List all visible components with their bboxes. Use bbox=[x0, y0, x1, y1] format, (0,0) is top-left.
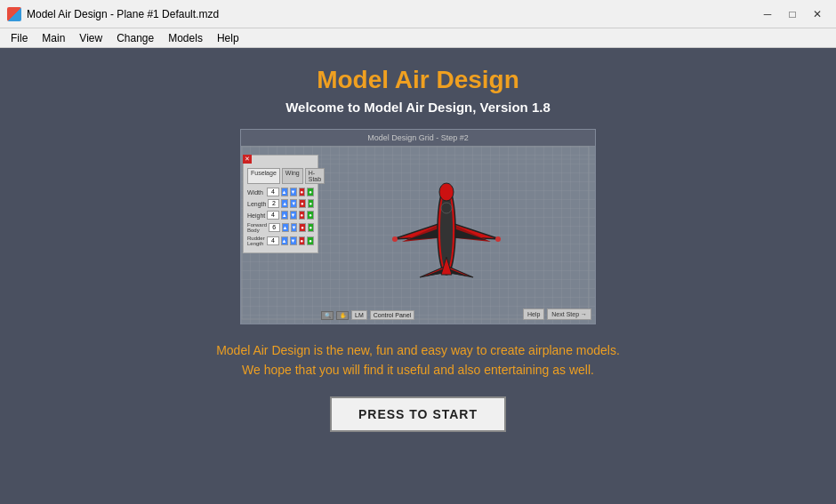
preview-container: Model Design Grid - Step #2 bbox=[240, 129, 596, 324]
cp-up-width[interactable]: ▲ bbox=[281, 188, 288, 196]
pan-icon[interactable]: ✋ bbox=[336, 311, 349, 320]
menu-file[interactable]: File bbox=[4, 28, 35, 47]
cp-down-fwdbody[interactable]: ▼ bbox=[291, 223, 298, 232]
cp-row-width: Width 4 ▲ ▼ ● ● bbox=[247, 188, 314, 196]
cp-down-height[interactable]: ▼ bbox=[290, 211, 297, 220]
cp-up-height[interactable]: ▲ bbox=[281, 211, 288, 220]
cp-row-fwdbody: Forward Body 6 ▲ ▼ ● ● bbox=[247, 222, 314, 233]
menu-help[interactable]: Help bbox=[210, 28, 246, 47]
cp-reset-fwdbody[interactable]: ● bbox=[299, 223, 305, 232]
menu-view[interactable]: View bbox=[72, 28, 109, 47]
cp-ok-length[interactable]: ● bbox=[308, 199, 314, 208]
preview-grid-area: ✕ Fuselage Wing H-Stab Width 4 ▲ ▼ ● ● bbox=[241, 146, 595, 324]
description: Model Air Design is the new, fun and eas… bbox=[216, 340, 620, 380]
cp-down-length[interactable]: ▼ bbox=[290, 199, 297, 208]
cp-ok-rudder[interactable]: ● bbox=[307, 236, 314, 245]
desc-line-2: We hope that you will find it useful and… bbox=[216, 360, 620, 380]
cp-reset-height[interactable]: ● bbox=[299, 211, 306, 220]
close-button[interactable]: ✕ bbox=[806, 4, 829, 24]
cp-label-fwdbody: Forward Body bbox=[247, 222, 267, 233]
menu-models[interactable]: Models bbox=[161, 28, 210, 47]
close-panel-icon[interactable]: ✕ bbox=[243, 155, 252, 164]
zoom-icon[interactable]: 🔍 bbox=[321, 311, 334, 320]
cp-row-height: Height 4 ▲ ▼ ● ● bbox=[247, 211, 314, 220]
cp-reset-rudder[interactable]: ● bbox=[299, 236, 306, 245]
cp-down-rudder[interactable]: ▼ bbox=[290, 236, 297, 245]
cp-row-length: Length 2 ▲ ▼ ● ● bbox=[247, 199, 314, 208]
desc-line-1: Model Air Design is the new, fun and eas… bbox=[216, 340, 620, 360]
window-title: Model Air Design - Plane #1 Default.mzd bbox=[27, 8, 756, 20]
next-step-button[interactable]: Next Step → bbox=[547, 308, 591, 320]
cp-input-fwdbody[interactable]: 6 bbox=[269, 223, 280, 232]
control-panel-label: Control Panel bbox=[370, 310, 414, 320]
cp-up-rudder[interactable]: ▲ bbox=[281, 236, 288, 245]
help-button-preview[interactable]: Help bbox=[523, 308, 544, 320]
tab-fuselage[interactable]: Fuselage bbox=[247, 168, 280, 184]
window-controls: ─ □ ✕ bbox=[756, 4, 829, 24]
cp-ok-height[interactable]: ● bbox=[307, 211, 314, 220]
control-panel-preview: ✕ Fuselage Wing H-Stab Width 4 ▲ ▼ ● ● bbox=[243, 155, 318, 253]
tab-wing[interactable]: Wing bbox=[282, 168, 303, 184]
main-content: Model Air Design Welcome to Model Air De… bbox=[0, 48, 836, 504]
cp-input-length[interactable]: 2 bbox=[268, 199, 279, 208]
maximize-button[interactable]: □ bbox=[781, 4, 804, 24]
start-button[interactable]: PRESS TO START bbox=[330, 396, 506, 432]
cp-input-rudder[interactable]: 4 bbox=[267, 236, 278, 245]
cp-row-rudder: Rudder Length 4 ▲ ▼ ● ● bbox=[247, 236, 314, 246]
preview-header: Model Design Grid - Step #2 bbox=[241, 130, 595, 146]
cp-down-width[interactable]: ▼ bbox=[290, 188, 297, 196]
svg-point-13 bbox=[392, 236, 398, 242]
menu-change[interactable]: Change bbox=[109, 28, 161, 47]
cp-label-rudder: Rudder Length bbox=[247, 236, 265, 246]
preview-bottom-icons: 🔍 ✋ LM Control Panel bbox=[321, 310, 414, 320]
svg-point-8 bbox=[439, 183, 454, 201]
cp-reset-length[interactable]: ● bbox=[299, 199, 305, 208]
svg-point-14 bbox=[495, 236, 501, 242]
menu-bar: File Main View Change Models Help bbox=[0, 28, 836, 48]
cp-label-length: Length bbox=[247, 201, 266, 207]
cp-tabs: Fuselage Wing H-Stab bbox=[247, 168, 314, 184]
preview-bottom-controls: Help Next Step → bbox=[523, 308, 591, 320]
cp-ok-width[interactable]: ● bbox=[307, 188, 314, 196]
welcome-text: Welcome to Model Air Design, Version 1.8 bbox=[285, 100, 551, 115]
cp-input-height[interactable]: 4 bbox=[267, 211, 278, 220]
app-icon bbox=[7, 7, 21, 21]
cp-label-height: Height bbox=[247, 212, 265, 219]
airplane-svg bbox=[375, 172, 518, 297]
unit-indicator: LM bbox=[351, 310, 367, 320]
svg-point-12 bbox=[441, 203, 452, 213]
cp-ok-fwdbody[interactable]: ● bbox=[308, 223, 314, 232]
title-bar: Model Air Design - Plane #1 Default.mzd … bbox=[0, 0, 836, 28]
cp-reset-width[interactable]: ● bbox=[299, 188, 306, 196]
app-title: Model Air Design bbox=[317, 66, 519, 94]
cp-input-width[interactable]: 4 bbox=[267, 188, 278, 196]
menu-main[interactable]: Main bbox=[35, 28, 72, 47]
cp-up-length[interactable]: ▲ bbox=[281, 199, 288, 208]
cp-up-fwdbody[interactable]: ▲ bbox=[282, 223, 289, 232]
tab-hstab[interactable]: H-Stab bbox=[305, 168, 325, 184]
minimize-button[interactable]: ─ bbox=[756, 4, 779, 24]
cp-label-width: Width bbox=[247, 189, 265, 196]
